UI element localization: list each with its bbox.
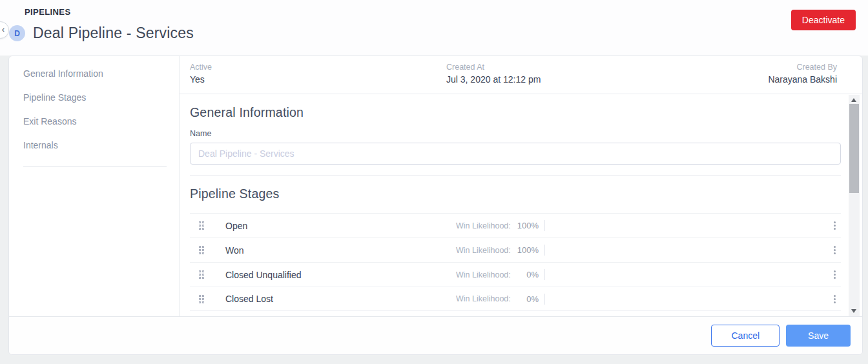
- scroll-content: General Information Name Pipeline Stages…: [180, 105, 862, 311]
- name-field-label: Name: [190, 129, 841, 138]
- win-likelihood-label: Win Likelihood:: [456, 221, 511, 230]
- stage-row: Closed Unqualified Win Likelihood: 0%: [190, 262, 841, 287]
- deactivate-button[interactable]: Deactivate: [791, 10, 856, 30]
- win-likelihood-value: 0%: [508, 270, 539, 279]
- stage-separator: [544, 269, 545, 280]
- title-row: D Deal Pipeline - Services: [9, 25, 194, 42]
- save-button[interactable]: Save: [786, 325, 851, 347]
- breadcrumb: PIPELINES: [25, 7, 71, 17]
- created-by-value: Narayana Bakshi: [768, 74, 837, 85]
- vertical-scrollbar[interactable]: [849, 95, 860, 316]
- sidebar-item-general-information[interactable]: General Information: [9, 62, 179, 86]
- stage-name: Won: [225, 245, 244, 256]
- stage-name: Closed Unqualified: [225, 270, 302, 280]
- pipeline-avatar: D: [9, 25, 25, 41]
- meta-created-at: Created At Jul 3, 2020 at 12:12 pm: [446, 63, 768, 85]
- main-panel: Active Yes Created At Jul 3, 2020 at 12:…: [180, 56, 862, 316]
- kebab-menu-icon[interactable]: [829, 219, 840, 232]
- stage-name: Open: [225, 221, 247, 231]
- pipeline-meta-row: Active Yes Created At Jul 3, 2020 at 12:…: [180, 56, 862, 94]
- scroll-down-arrow-icon[interactable]: [851, 309, 856, 313]
- sidebar-item-pipeline-stages[interactable]: Pipeline Stages: [9, 86, 179, 110]
- sidebar-item-internals[interactable]: Internals: [9, 134, 179, 157]
- stage-name: Closed Lost: [225, 294, 273, 304]
- drag-handle-icon[interactable]: [199, 270, 204, 279]
- stage-separator: [544, 220, 545, 231]
- stage-row: Won Win Likelihood: 100%: [190, 238, 841, 262]
- win-likelihood-value: 100%: [508, 221, 539, 230]
- stage-separator: [544, 245, 545, 256]
- drag-handle-icon[interactable]: [199, 246, 204, 254]
- action-footer: Cancel Save: [9, 316, 862, 354]
- win-likelihood-label: Win Likelihood:: [456, 270, 511, 279]
- drag-handle-icon[interactable]: [199, 295, 204, 303]
- cancel-button[interactable]: Cancel: [711, 325, 780, 347]
- drag-handle-icon[interactable]: [199, 221, 204, 230]
- back-chevron-icon: ‹: [2, 25, 5, 34]
- stage-list: Open Win Likelihood: 100% Won Win Likeli…: [190, 213, 841, 311]
- kebab-menu-icon[interactable]: [829, 268, 840, 281]
- general-information-heading: General Information: [190, 105, 841, 120]
- sidebar-divider: [23, 167, 167, 167]
- created-at-value: Jul 3, 2020 at 12:12 pm: [446, 74, 768, 85]
- kebab-menu-icon[interactable]: [829, 292, 840, 305]
- sidebar-item-exit-reasons[interactable]: Exit Reasons: [9, 110, 179, 134]
- collapse-back-button[interactable]: ‹: [0, 21, 9, 39]
- scroll-up-arrow-icon[interactable]: [851, 98, 856, 102]
- created-at-label: Created At: [446, 63, 768, 72]
- stage-separator: [544, 294, 545, 305]
- pipeline-stages-heading: Pipeline Stages: [190, 187, 841, 201]
- section-nav-sidebar: General Information Pipeline Stages Exit…: [9, 56, 180, 316]
- win-likelihood-value: 100%: [508, 245, 539, 255]
- kebab-menu-icon[interactable]: [829, 244, 840, 257]
- win-likelihood-value: 0%: [508, 294, 539, 304]
- scrollbar-thumb[interactable]: [849, 104, 859, 193]
- stage-row: Open Win Likelihood: 100%: [190, 213, 841, 238]
- section-divider: [190, 175, 841, 176]
- created-by-label: Created By: [768, 63, 837, 72]
- stage-row: Closed Lost Win Likelihood: 0%: [190, 287, 841, 311]
- page-header: PIPELINES ‹ D Deal Pipeline - Services D…: [0, 0, 868, 56]
- win-likelihood-label: Win Likelihood:: [456, 294, 511, 303]
- page-title: Deal Pipeline - Services: [33, 25, 194, 42]
- meta-active: Active Yes: [190, 63, 446, 85]
- active-value: Yes: [190, 74, 446, 85]
- pipeline-detail-card: General Information Pipeline Stages Exit…: [8, 56, 863, 355]
- pipeline-name-input[interactable]: [190, 143, 841, 165]
- win-likelihood-label: Win Likelihood:: [456, 246, 511, 255]
- active-label: Active: [190, 63, 446, 72]
- meta-created-by: Created By Narayana Bakshi: [768, 63, 837, 85]
